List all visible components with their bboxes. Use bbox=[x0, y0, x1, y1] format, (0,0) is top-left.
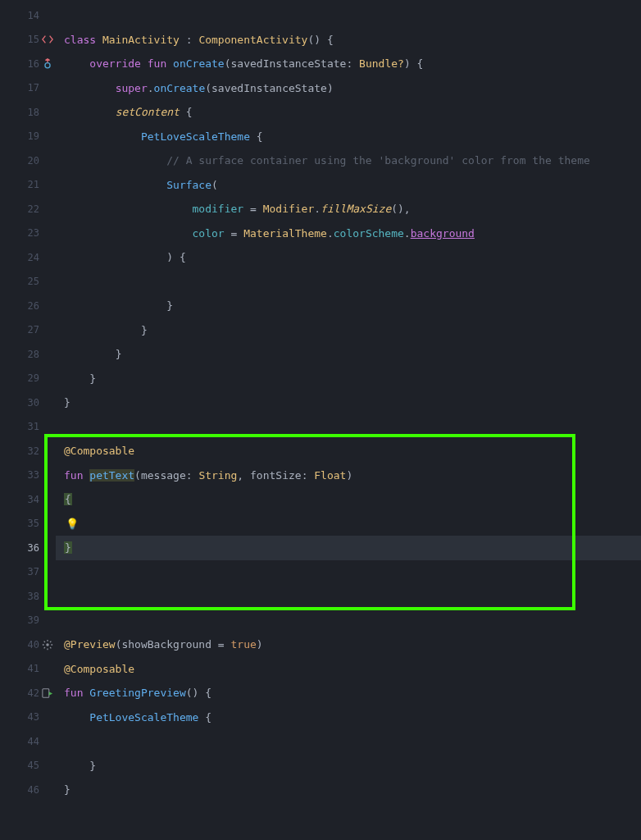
gutter-row[interactable]: 30 bbox=[0, 390, 56, 415]
token: PetLoveScaleTheme bbox=[141, 130, 250, 143]
line-number: 43 bbox=[18, 711, 41, 723]
lightbulb-icon[interactable]: 💡 bbox=[66, 518, 79, 530]
code-line[interactable]: } bbox=[56, 536, 641, 560]
code-line[interactable]: fun petText(message: String, fontSize: F… bbox=[56, 463, 641, 488]
line-number: 30 bbox=[18, 397, 41, 409]
gutter-row[interactable]: 32 bbox=[0, 439, 56, 463]
gutter-row[interactable]: 42 bbox=[0, 681, 56, 705]
code-editor[interactable]: 1415161718192021222324252627282930313233… bbox=[0, 0, 641, 840]
gutter-row[interactable]: 29 bbox=[0, 367, 56, 391]
token bbox=[64, 203, 193, 215]
token: ) bbox=[327, 82, 334, 94]
code-area[interactable]: class MainActivity : ComponentActivity()… bbox=[56, 0, 641, 840]
token: super bbox=[116, 82, 148, 94]
override-up-icon[interactable] bbox=[41, 57, 54, 71]
token: savedInstanceState bbox=[211, 82, 327, 94]
token: { bbox=[186, 106, 193, 118]
token: } bbox=[166, 299, 173, 312]
code-line[interactable]: fun GreetingPreview() { bbox=[56, 681, 641, 705]
code-line[interactable] bbox=[56, 609, 641, 633]
token: () { bbox=[186, 687, 211, 699]
gutter-row[interactable]: 18 bbox=[0, 100, 56, 125]
code-line[interactable]: // A surface container using the 'backgr… bbox=[56, 148, 641, 173]
gutter-row[interactable]: 22 bbox=[0, 197, 56, 221]
code-line[interactable]: } bbox=[56, 778, 641, 802]
gutter-row[interactable]: 34 bbox=[0, 487, 56, 512]
gutter-row[interactable]: 27 bbox=[0, 318, 56, 343]
code-line[interactable]: } bbox=[56, 367, 641, 391]
line-number: 44 bbox=[18, 736, 41, 747]
code-line[interactable]: } bbox=[56, 318, 641, 343]
gutter-row[interactable]: 26 bbox=[0, 294, 56, 318]
code-line[interactable]: Surface( bbox=[56, 173, 641, 198]
code-line[interactable]: PetLoveScaleTheme { bbox=[56, 125, 641, 149]
token: ) bbox=[257, 638, 263, 651]
code-line[interactable] bbox=[56, 270, 641, 294]
gutter-row[interactable]: 14 bbox=[0, 3, 56, 28]
code-line[interactable]: @Composable bbox=[56, 657, 641, 682]
gutter-row[interactable]: 41 bbox=[0, 657, 56, 682]
code-line[interactable]: modifier = Modifier.fillMaxSize(), bbox=[56, 197, 641, 221]
token: background bbox=[411, 227, 475, 240]
gutter-row[interactable]: 31 bbox=[0, 415, 56, 440]
token: onCreate bbox=[154, 82, 206, 94]
code-line[interactable] bbox=[56, 415, 641, 440]
gutter-row[interactable]: 20 bbox=[0, 148, 56, 173]
gutter-row[interactable]: 25 bbox=[0, 270, 56, 294]
gutter-row[interactable]: 23 bbox=[0, 221, 56, 246]
gutter-row[interactable]: 40 bbox=[0, 632, 56, 657]
token: . bbox=[148, 82, 154, 94]
token: ) { bbox=[404, 57, 423, 70]
code-line[interactable]: 💡 bbox=[56, 512, 641, 536]
run-icon[interactable] bbox=[41, 687, 54, 700]
gutter-row[interactable]: 35 bbox=[0, 512, 56, 536]
code-line[interactable]: @Composable bbox=[56, 439, 641, 463]
token: color bbox=[193, 227, 225, 240]
code-tag-icon[interactable] bbox=[41, 33, 54, 46]
gutter-row[interactable]: 17 bbox=[0, 76, 56, 101]
code-line[interactable]: color = MaterialTheme.colorScheme.backgr… bbox=[56, 221, 641, 246]
line-number: 39 bbox=[18, 614, 41, 626]
gutter-row[interactable]: 33 bbox=[0, 463, 56, 488]
gear-icon[interactable] bbox=[41, 638, 54, 651]
token: @Composable bbox=[64, 445, 134, 457]
code-line[interactable]: setContent { bbox=[56, 100, 641, 125]
gutter-row[interactable]: 15 bbox=[0, 28, 56, 52]
code-line[interactable]: super.onCreate(savedInstanceState) bbox=[56, 76, 641, 101]
code-line[interactable]: } bbox=[56, 754, 641, 778]
code-line[interactable] bbox=[56, 584, 641, 609]
gutter-row[interactable]: 46 bbox=[0, 778, 56, 802]
token: GreetingPreview bbox=[89, 687, 185, 699]
token: true bbox=[231, 638, 257, 651]
gutter-row[interactable]: 45 bbox=[0, 754, 56, 778]
code-line[interactable]: ) { bbox=[56, 245, 641, 270]
gutter-row[interactable]: 19 bbox=[0, 125, 56, 149]
token: : bbox=[180, 34, 198, 46]
gutter-row[interactable]: 16 bbox=[0, 52, 56, 76]
gutter-row[interactable]: 28 bbox=[0, 342, 56, 367]
gutter-row[interactable]: 24 bbox=[0, 245, 56, 270]
code-line[interactable]: } bbox=[56, 390, 641, 415]
gutter-row[interactable]: 44 bbox=[0, 729, 56, 754]
code-line[interactable] bbox=[56, 3, 641, 28]
token bbox=[64, 82, 116, 94]
token: ) bbox=[64, 251, 180, 263]
code-line[interactable]: { bbox=[56, 487, 641, 512]
token bbox=[250, 130, 257, 143]
code-line[interactable]: PetLoveScaleTheme { bbox=[56, 705, 641, 730]
code-line[interactable] bbox=[56, 729, 641, 754]
code-line[interactable]: override fun onCreate(savedInstanceState… bbox=[56, 52, 641, 76]
code-line[interactable]: @Preview(showBackground = true) bbox=[56, 632, 641, 657]
code-line[interactable]: } bbox=[56, 294, 641, 318]
gutter-row[interactable]: 21 bbox=[0, 173, 56, 198]
token: String bbox=[198, 469, 237, 482]
gutter-row[interactable]: 36 bbox=[0, 536, 56, 560]
code-line[interactable]: class MainActivity : ComponentActivity()… bbox=[56, 28, 641, 52]
gutter-row[interactable]: 38 bbox=[0, 584, 56, 609]
line-number: 17 bbox=[18, 82, 41, 94]
gutter-row[interactable]: 43 bbox=[0, 705, 56, 730]
code-line[interactable]: } bbox=[56, 342, 641, 367]
gutter-row[interactable]: 39 bbox=[0, 609, 56, 633]
code-line[interactable] bbox=[56, 560, 641, 585]
gutter-row[interactable]: 37 bbox=[0, 560, 56, 585]
